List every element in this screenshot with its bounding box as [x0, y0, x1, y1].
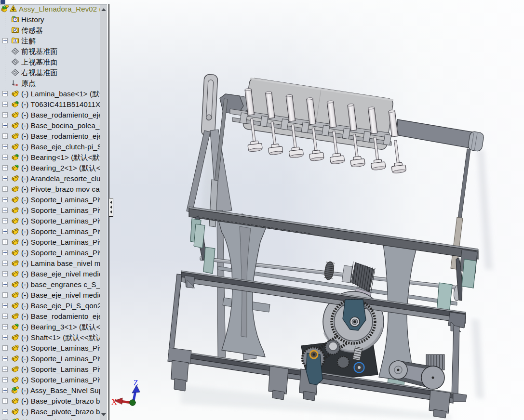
svg-text:X: X	[111, 398, 117, 406]
svg-text:Z: Z	[134, 379, 138, 387]
